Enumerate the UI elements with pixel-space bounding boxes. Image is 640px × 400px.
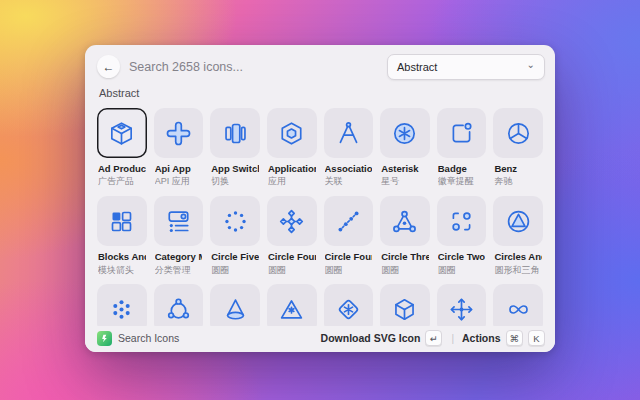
icon-search-window: ← Abstract ⌄ Abstract Ad Product广告产品Api … bbox=[85, 45, 555, 352]
cross-arrows-icon bbox=[448, 296, 475, 323]
icon-card: Circle Four圆圈 bbox=[267, 196, 317, 275]
icon-card: Association关联 bbox=[324, 108, 374, 187]
icon-label-zh: API 应用 bbox=[155, 176, 203, 187]
circles-triangle-icon bbox=[505, 208, 532, 235]
icon-tile-api[interactable] bbox=[154, 108, 204, 158]
icon-label-zh: 徽章提醒 bbox=[438, 176, 486, 187]
icon-label-en: Circle Four bbox=[268, 251, 316, 262]
icon-tile-circle-five[interactable] bbox=[210, 196, 260, 246]
icon-label-en: Application... bbox=[268, 163, 316, 174]
circle-four-line-icon bbox=[335, 208, 362, 235]
icon-card: Circle Three圆圈 bbox=[380, 196, 430, 275]
icon-card: Badge徽章提醒 bbox=[437, 108, 487, 187]
icon-tile-benz[interactable] bbox=[493, 108, 543, 158]
asterisk-icon bbox=[391, 120, 418, 147]
icon-label-en: Category M... bbox=[155, 251, 203, 262]
cone-icon bbox=[222, 296, 249, 323]
icon-label-zh: 关联 bbox=[325, 176, 373, 187]
icon-card: Asterisk星号 bbox=[380, 108, 430, 187]
chevron-down-icon: ⌄ bbox=[527, 60, 535, 70]
icon-card: Ad Product广告产品 bbox=[97, 108, 147, 187]
icon-tile-association[interactable] bbox=[324, 108, 374, 158]
icon-label-zh: 圆圈 bbox=[211, 265, 259, 276]
circle-nodes-icon bbox=[165, 296, 192, 323]
enter-key-badge: ↵ bbox=[425, 330, 442, 346]
icon-label-zh: 圆圈 bbox=[381, 265, 429, 276]
icon-tile-circle-two[interactable] bbox=[437, 196, 487, 246]
icon-label-en: Asterisk bbox=[381, 163, 429, 174]
circle-four-icon bbox=[278, 208, 305, 235]
icon-label-zh: 星号 bbox=[381, 176, 429, 187]
icon-label-en: Circles And... bbox=[494, 251, 542, 262]
icon-card: Circle Two L...圆圈 bbox=[437, 196, 487, 275]
circle-five-icon bbox=[222, 208, 249, 235]
icon-label-zh: 广告产品 bbox=[98, 176, 146, 187]
icon-card: Api AppAPI 应用 bbox=[154, 108, 204, 187]
back-button[interactable]: ← bbox=[97, 55, 120, 78]
circle-two-icon bbox=[448, 208, 475, 235]
icon-label-zh: 圆圈 bbox=[438, 265, 486, 276]
icon-label-en: Badge bbox=[438, 163, 486, 174]
dropdown-selected-value: Abstract bbox=[397, 61, 437, 73]
back-arrow-icon: ← bbox=[103, 60, 115, 74]
icon-label-zh: 圆圈 bbox=[268, 265, 316, 276]
icon-card: Application...应用 bbox=[267, 108, 317, 187]
icon-tile-circle-four[interactable] bbox=[267, 196, 317, 246]
category-icon bbox=[165, 208, 192, 235]
window-header: ← Abstract ⌄ bbox=[85, 45, 555, 85]
triangle-alert-icon bbox=[278, 296, 305, 323]
blocks-icon bbox=[108, 208, 135, 235]
icon-label-en: Circle Three bbox=[381, 251, 429, 262]
icon-card: App Switch切换 bbox=[210, 108, 260, 187]
icon-label-zh: 圆形和三角 bbox=[494, 265, 542, 276]
brand-name: Search Icons bbox=[118, 332, 179, 344]
icon-label-zh: 切换 bbox=[211, 176, 259, 187]
icon-tile-app-switch[interactable] bbox=[210, 108, 260, 158]
icon-tile-asterisk[interactable] bbox=[380, 108, 430, 158]
icon-grid: Ad Product广告产品Api AppAPI 应用App Switch切换A… bbox=[85, 101, 555, 334]
icon-label-en: Ad Product bbox=[98, 163, 146, 174]
hexagon-app-icon bbox=[278, 120, 305, 147]
benz-icon bbox=[505, 120, 532, 147]
icon-tile-circle-three[interactable] bbox=[380, 196, 430, 246]
icon-label-en: Benz bbox=[494, 163, 542, 174]
category-dropdown[interactable]: Abstract ⌄ bbox=[387, 54, 545, 80]
cube-icon bbox=[108, 120, 135, 147]
search-input[interactable] bbox=[129, 60, 387, 74]
icon-card: Circle Five L...圆圈 bbox=[210, 196, 260, 275]
icon-label-en: Circle Four... bbox=[325, 251, 373, 262]
k-key-badge: K bbox=[528, 330, 545, 346]
icon-tile-badge[interactable] bbox=[437, 108, 487, 158]
status-bar: Search Icons Download SVG Icon ↵ | Actio… bbox=[85, 326, 555, 352]
section-label: Abstract bbox=[85, 85, 555, 101]
icon-tile-hexagon-app[interactable] bbox=[267, 108, 317, 158]
icon-tile-circles-triangle[interactable] bbox=[493, 196, 543, 246]
icon-tile-circle-four-line[interactable] bbox=[324, 196, 374, 246]
icon-label-en: Association bbox=[325, 163, 373, 174]
icon-tile-category[interactable] bbox=[154, 196, 204, 246]
icon-label-en: Circle Five L... bbox=[211, 251, 259, 262]
icon-label-zh: 分类管理 bbox=[155, 265, 203, 276]
app-switch-icon bbox=[222, 120, 249, 147]
icon-label-zh: 圆圈 bbox=[325, 265, 373, 276]
icon-card: Category M...分类管理 bbox=[154, 196, 204, 275]
desktop-background: ← Abstract ⌄ Abstract Ad Product广告产品Api … bbox=[0, 0, 640, 400]
api-icon bbox=[165, 120, 192, 147]
download-svg-button[interactable]: Download SVG Icon bbox=[321, 332, 421, 344]
icon-label-zh: 奔驰 bbox=[494, 176, 542, 187]
cmd-key-badge: ⌘ bbox=[506, 330, 524, 346]
icon-card: Blocks And...模块箭头 bbox=[97, 196, 147, 275]
icon-label-en: Api App bbox=[155, 163, 203, 174]
icon-card: Circles And...圆形和三角 bbox=[493, 196, 543, 275]
icon-label-zh: 应用 bbox=[268, 176, 316, 187]
icon-label-en: Circle Two L... bbox=[438, 251, 486, 262]
actions-button[interactable]: Actions bbox=[462, 332, 501, 344]
circle-three-icon bbox=[391, 208, 418, 235]
brand-logo-icon bbox=[97, 331, 112, 346]
icon-card: Benz奔驰 bbox=[493, 108, 543, 187]
infinity-icon bbox=[505, 296, 532, 323]
icon-tile-blocks[interactable] bbox=[97, 196, 147, 246]
footer-divider: | bbox=[451, 333, 454, 344]
icon-label-zh: 模块箭头 bbox=[98, 265, 146, 276]
icon-tile-cube[interactable] bbox=[97, 108, 147, 158]
